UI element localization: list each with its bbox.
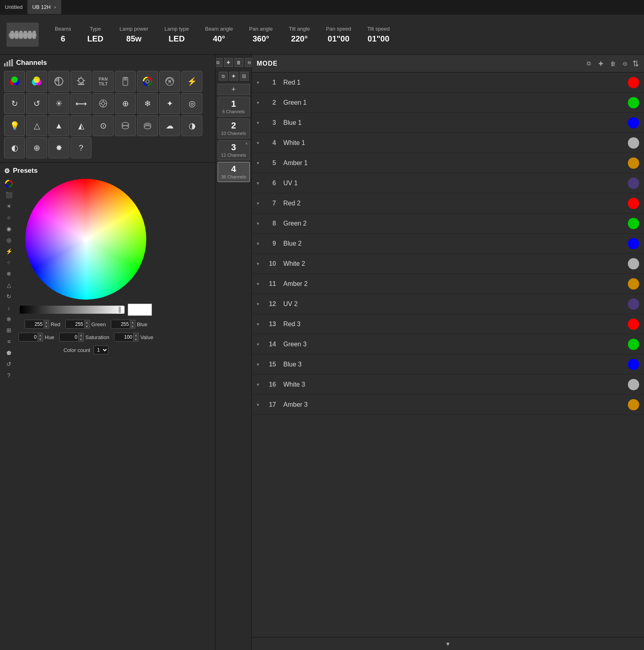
icon-question[interactable]: ? [71, 137, 91, 158]
red-input[interactable] [25, 320, 44, 329]
mode-copy-btn[interactable]: ⧉ [216, 58, 222, 67]
header-trash-icon[interactable]: ⊖ [620, 59, 630, 68]
brightness-bar[interactable] [20, 306, 125, 314]
sat-spin-down[interactable]: ▼ [79, 337, 83, 341]
channel-row-9[interactable]: ▾ 9 Blue 2 [252, 234, 644, 254]
ch-arrow-16[interactable]: ▾ [257, 382, 259, 387]
channel-row-10[interactable]: ▾ 10 White 2 [252, 254, 644, 274]
channel-row-12[interactable]: ▾ 12 UV 2 [252, 294, 644, 314]
mode-copy2-btn[interactable]: ⧉ [219, 72, 228, 81]
mode-add-btn2[interactable]: ✚ [224, 58, 233, 67]
green-input[interactable] [65, 320, 85, 329]
icon-macro[interactable]: ⊙ [93, 115, 114, 136]
icon-prism2[interactable]: ▲ [48, 115, 69, 136]
preset-flash-icon[interactable]: ⚡ [4, 246, 14, 256]
blue-spin-up[interactable]: ▲ [130, 320, 135, 324]
icon-lightning[interactable]: ⚡ [181, 71, 202, 92]
icon-rotation[interactable]: ↻ [4, 93, 25, 114]
icon-iris[interactable]: ◎ [181, 93, 202, 114]
icon-prism3[interactable]: ◭ [71, 115, 91, 136]
mode-item-1[interactable]: 1 6 Channels [218, 97, 250, 117]
ch-arrow-2[interactable]: ▾ [257, 100, 259, 106]
preset-refresh-icon[interactable]: ↺ [4, 359, 14, 369]
icon-rgb[interactable] [4, 71, 25, 92]
icon-gobo[interactable] [48, 71, 69, 92]
icon-pan2[interactable]: ⟷ [71, 93, 91, 114]
preset-dots-icon[interactable]: ⁘ [4, 258, 14, 267]
channel-row-16[interactable]: ▾ 16 White 3 [252, 375, 644, 395]
header-add-icon[interactable]: ✚ [596, 59, 606, 68]
preset-color-wheel-icon[interactable] [4, 179, 14, 188]
ch-arrow-11[interactable]: ▾ [257, 281, 259, 287]
blue-input[interactable] [111, 320, 130, 329]
green-spin-down[interactable]: ▼ [85, 324, 89, 328]
icon-lamp[interactable]: 💡 [4, 115, 25, 136]
ch-arrow-5[interactable]: ▾ [257, 160, 259, 166]
channel-row-1[interactable]: ▾ 1 Red 1 [252, 72, 644, 93]
mode-add-new[interactable]: + [218, 84, 250, 95]
icon-dimmer[interactable] [71, 71, 91, 92]
preset-snowflake-icon[interactable]: ❄ [4, 269, 14, 279]
channel-row-17[interactable]: ▾ 17 Amber 3 [252, 395, 644, 415]
red-spinner[interactable]: ▲ ▼ [25, 320, 49, 329]
mode-3-close[interactable]: × [245, 141, 248, 146]
tab-close-icon[interactable]: × [54, 5, 56, 10]
preset-layer-icon[interactable]: ≡ [4, 337, 14, 346]
channel-row-3[interactable]: ▾ 3 Blue 1 [252, 113, 644, 133]
header-arrow-updown[interactable]: ⇅ [632, 59, 639, 68]
scroll-down-icon[interactable]: ▼ [445, 641, 451, 647]
icon-burst[interactable]: ✸ [48, 137, 69, 158]
ch-arrow-1[interactable]: ▾ [257, 80, 259, 85]
green-spin-up[interactable]: ▲ [85, 320, 89, 324]
ch-arrow-9[interactable]: ▾ [257, 241, 259, 246]
color-count-select[interactable]: 1 2 3 [93, 346, 108, 354]
icon-prism1[interactable]: △ [26, 115, 47, 136]
sat-spin-up[interactable]: ▲ [79, 333, 83, 337]
channel-row-2[interactable]: ▾ 2 Green 1 [252, 93, 644, 113]
mode-link-btn[interactable]: ⛓ [240, 72, 249, 81]
preset-eye-icon[interactable]: ◎ [4, 235, 14, 245]
val-input[interactable] [114, 333, 133, 342]
tab-untitled[interactable]: Untitled [0, 0, 27, 14]
ch-arrow-10[interactable]: ▾ [257, 261, 259, 267]
preset-square-icon[interactable]: ⬛ [4, 190, 14, 200]
icon-blade2[interactable]: ◐ [4, 137, 25, 158]
channel-row-11[interactable]: ▾ 11 Amber 2 [252, 274, 644, 294]
channel-row-8[interactable]: ▾ 8 Green 2 [252, 213, 644, 234]
icon-crosshair[interactable]: ⊕ [26, 137, 47, 158]
channel-row-15[interactable]: ▾ 15 Blue 3 [252, 354, 644, 375]
icon-colorwheel[interactable] [137, 71, 158, 92]
icon-zoom[interactable]: ⊕ [115, 93, 136, 114]
icon-blade1[interactable]: ◑ [181, 115, 202, 136]
blue-spinner[interactable]: ▲ ▼ [111, 320, 135, 329]
preset-more-icon[interactable]: ? [4, 371, 14, 380]
tab-ub12h[interactable]: UB 12H × [27, 0, 61, 14]
icon-aperture[interactable] [93, 93, 114, 114]
color-wheel-cursor[interactable] [83, 236, 89, 242]
channel-row-14[interactable]: ▾ 14 Green 3 [252, 334, 644, 354]
ch-arrow-15[interactable]: ▾ [257, 362, 259, 367]
mode-item-4[interactable]: 4 36 Channels [218, 162, 250, 182]
red-spin-up[interactable]: ▲ [44, 320, 49, 324]
channel-row-4[interactable]: ▾ 4 White 1 [252, 133, 644, 153]
ch-arrow-13[interactable]: ▾ [257, 321, 259, 327]
icon-pantilt[interactable]: PANTILT [93, 71, 114, 92]
preset-arc-icon[interactable]: ↻ [4, 292, 14, 301]
hue-spin-down[interactable]: ▼ [38, 337, 43, 341]
red-spin-down[interactable]: ▼ [44, 324, 49, 328]
preset-pin-icon[interactable]: ↓ [4, 303, 14, 313]
ch-arrow-17[interactable]: ▾ [257, 402, 259, 408]
color-wheel[interactable] [25, 179, 146, 300]
preset-palette-icon[interactable]: ⬟ [4, 348, 14, 358]
mode-plus-btn[interactable]: ✚ [229, 72, 238, 81]
mode-item-2[interactable]: 2 10 Channels [218, 118, 250, 139]
hue-spinner[interactable]: ▲ ▼ [19, 333, 43, 342]
hue-spin-up[interactable]: ▲ [38, 333, 43, 337]
sat-input[interactable] [59, 333, 79, 342]
icon-gyro[interactable]: ✳ [48, 93, 69, 114]
val-spin-down[interactable]: ▼ [133, 337, 138, 341]
ch-arrow-12[interactable]: ▾ [257, 301, 259, 307]
preset-spiral-icon[interactable]: ⊗ [4, 314, 14, 324]
preset-aperture-icon[interactable]: ◉ [4, 224, 14, 234]
preset-circle-icon[interactable]: ○ [4, 213, 14, 222]
